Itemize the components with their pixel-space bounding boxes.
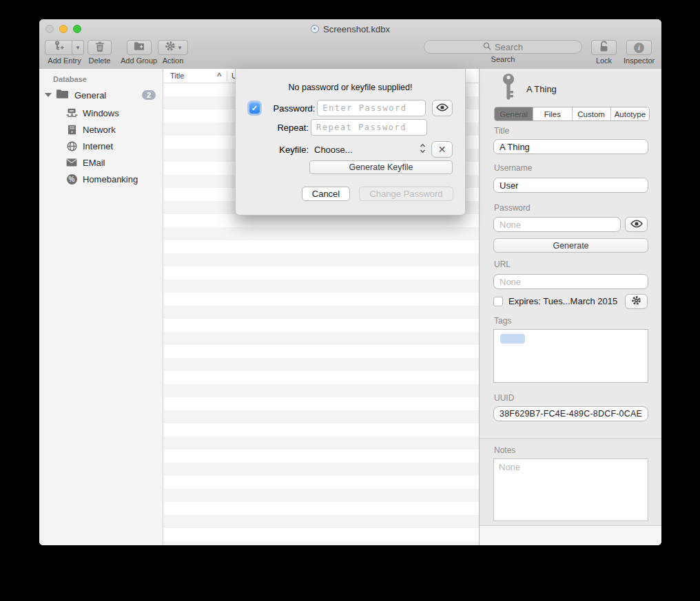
search-placeholder: Search bbox=[495, 42, 523, 52]
envelope-icon bbox=[65, 158, 78, 167]
action-label: Action bbox=[163, 56, 184, 65]
dialog-actions-row: Cancel Change Password bbox=[236, 187, 466, 201]
generate-keyfile-row: Generate Keyfile bbox=[309, 160, 453, 174]
search-input[interactable]: Search bbox=[424, 40, 582, 54]
tab-autotype[interactable]: Autotype bbox=[610, 107, 649, 120]
info-icon: i bbox=[634, 43, 644, 53]
inspector-footer bbox=[480, 525, 661, 545]
delete-button[interactable] bbox=[88, 40, 112, 55]
search-icon bbox=[483, 42, 491, 52]
search-group: Search Search bbox=[424, 40, 582, 63]
keyfile-row: Keyfile: Choose... ✕ bbox=[249, 141, 453, 158]
entry-header: A Thing bbox=[500, 73, 557, 105]
trash-icon bbox=[95, 41, 105, 54]
sidebar-item-label: General bbox=[74, 90, 106, 101]
generate-keyfile-label: Generate Keyfile bbox=[349, 162, 413, 172]
stepper-icon[interactable] bbox=[420, 143, 426, 156]
url-label: URL bbox=[494, 260, 511, 269]
search-label: Search bbox=[491, 55, 515, 63]
reveal-dialog-password-button[interactable] bbox=[432, 100, 453, 116]
tab-general[interactable]: General bbox=[495, 107, 533, 120]
close-icon: ✕ bbox=[438, 144, 446, 155]
password-row: ✓ Password: bbox=[249, 100, 453, 116]
generate-label: Generate bbox=[553, 241, 588, 251]
computers-icon bbox=[65, 108, 78, 118]
folder-icon bbox=[56, 89, 69, 102]
tab-files[interactable]: Files bbox=[533, 107, 571, 120]
padlock-open-icon bbox=[599, 41, 609, 55]
delete-label: Delete bbox=[89, 56, 111, 65]
tab-custom[interactable]: Custom bbox=[572, 107, 610, 120]
tags-field[interactable] bbox=[493, 329, 648, 383]
sidebar-item-network[interactable]: Network bbox=[39, 121, 163, 138]
inspector-panel: A Thing General Files Custom Autotype Ti… bbox=[479, 69, 661, 545]
change-password-dialog: No password or keyfile supplied! ✓ Passw… bbox=[235, 69, 466, 215]
eye-icon bbox=[630, 218, 643, 231]
password-checkbox[interactable]: ✓ bbox=[249, 103, 260, 114]
notes-field[interactable] bbox=[493, 458, 648, 521]
sidebar-item-internet[interactable]: Internet bbox=[39, 138, 163, 154]
eye-icon bbox=[436, 102, 449, 114]
generate-password-button[interactable]: Generate bbox=[493, 238, 648, 253]
document-proxy-icon[interactable] bbox=[311, 25, 319, 33]
lock-button[interactable] bbox=[591, 40, 617, 55]
chevron-down-icon: ▾ bbox=[76, 44, 80, 51]
reveal-password-button[interactable] bbox=[625, 217, 648, 232]
repeat-row: Repeat: bbox=[249, 119, 453, 136]
add-entry-button[interactable] bbox=[45, 40, 72, 55]
action-group: ▾ Action bbox=[158, 40, 188, 65]
gear-icon bbox=[165, 41, 176, 54]
add-group-label: Add Group bbox=[121, 56, 157, 65]
generate-keyfile-button[interactable]: Generate Keyfile bbox=[309, 160, 453, 174]
dialog-repeat-label: Repeat: bbox=[249, 123, 309, 133]
sidebar: Database General 2 Windows Network bbox=[39, 69, 163, 545]
tag-token[interactable] bbox=[500, 334, 525, 344]
change-password-button: Change Password bbox=[359, 187, 453, 201]
entry-count-badge: 2 bbox=[142, 90, 156, 100]
username-label: Username bbox=[494, 163, 532, 173]
window-title-area: Screenshot.kdbx bbox=[39, 19, 661, 39]
add-entry-label: Add Entry bbox=[48, 56, 81, 65]
sidebar-item-email[interactable]: EMail bbox=[39, 154, 163, 171]
add-entry-group: ▾ Add Entry bbox=[45, 40, 84, 65]
uuid-field[interactable] bbox=[493, 406, 648, 421]
sort-ascending-icon: ^ bbox=[217, 72, 221, 80]
username-field[interactable] bbox=[493, 178, 648, 193]
gear-icon bbox=[631, 295, 641, 308]
expires-options-button[interactable] bbox=[625, 294, 648, 309]
sidebar-item-homebanking[interactable]: % Homebanking bbox=[39, 171, 163, 187]
expires-row: Expires: Tues...March 2015 bbox=[493, 296, 617, 306]
disclosure-triangle-icon[interactable] bbox=[45, 93, 52, 97]
expires-label: Expires: Tues...March 2015 bbox=[508, 296, 617, 306]
add-entry-dropdown[interactable]: ▾ bbox=[72, 40, 84, 55]
uuid-label: UUID bbox=[494, 393, 514, 403]
action-button[interactable]: ▾ bbox=[158, 40, 188, 55]
clear-keyfile-button[interactable]: ✕ bbox=[431, 141, 453, 158]
entry-title: A Thing bbox=[526, 84, 557, 94]
cancel-button[interactable]: Cancel bbox=[302, 187, 350, 201]
password-field[interactable] bbox=[493, 217, 621, 232]
server-icon bbox=[65, 125, 78, 135]
column-header-title[interactable]: Title bbox=[170, 72, 184, 80]
inspector-button[interactable]: i bbox=[626, 40, 652, 55]
enter-password-field[interactable] bbox=[317, 100, 426, 116]
sidebar-item-general[interactable]: General 2 bbox=[39, 88, 163, 102]
titlebar[interactable]: Screenshot.kdbx bbox=[39, 19, 661, 39]
url-field[interactable] bbox=[493, 274, 648, 289]
tags-label: Tags bbox=[494, 316, 511, 326]
repeat-password-field[interactable] bbox=[311, 119, 427, 136]
add-group-button[interactable] bbox=[127, 40, 152, 55]
key-icon bbox=[500, 73, 517, 105]
lock-group: Lock bbox=[591, 40, 617, 65]
expires-checkbox[interactable] bbox=[493, 297, 503, 306]
window-title: Screenshot.kdbx bbox=[323, 24, 390, 34]
column-divider[interactable] bbox=[227, 71, 227, 81]
keyfile-popup[interactable]: Choose... bbox=[314, 145, 420, 155]
title-field[interactable] bbox=[493, 139, 648, 154]
sidebar-item-label: EMail bbox=[83, 158, 105, 168]
dialog-password-label: Password: bbox=[261, 103, 315, 114]
delete-group: Delete bbox=[88, 40, 112, 65]
title-label: Title bbox=[494, 126, 509, 136]
sidebar-item-windows[interactable]: Windows bbox=[39, 105, 163, 121]
toolbar: ▾ Add Entry Delete Add Group bbox=[39, 39, 661, 70]
